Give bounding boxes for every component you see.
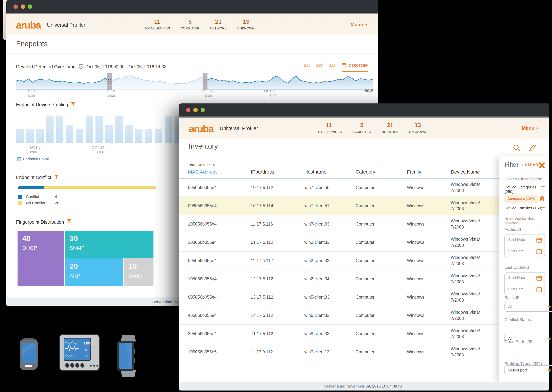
- treemap-block-arp[interactable]: 20ARP: [65, 258, 123, 286]
- endpoint-count-bar[interactable]: [125, 125, 133, 143]
- column-header-device-name[interactable]: Device Name: [451, 169, 480, 175]
- endpoint-count-bar[interactable]: [46, 116, 54, 143]
- open-ports-dropdown[interactable]: Select port: [504, 365, 552, 375]
- category-chip[interactable]: Computers (10%): [504, 195, 538, 203]
- profiling-types-header: Profiling Types (325): [504, 361, 545, 366]
- stat-unknown[interactable]: 13UNKNOWN: [409, 122, 426, 134]
- endpoint-count-bar[interactable]: [16, 129, 24, 143]
- added-at-start-date-field[interactable]: Start Date: [505, 234, 545, 246]
- table-row[interactable]: 105056b055e411.17.5.116win7-client33Comp…: [179, 215, 549, 233]
- menu-button[interactable]: Menu ▼: [522, 125, 539, 131]
- time-range-buttons: 1D 1W 1M CUSTOM: [304, 63, 368, 72]
- window-titlebar[interactable]: [179, 104, 549, 117]
- zoom-window-icon[interactable]: [28, 5, 32, 9]
- endpoint-count-bar[interactable]: [56, 116, 64, 143]
- calendar-icon[interactable]: [536, 249, 542, 255]
- conflict-stacked-bar[interactable]: [18, 186, 156, 189]
- filter-funnel-icon[interactable]: [54, 175, 59, 180]
- svg-text:60: 60: [85, 348, 88, 351]
- stat-unknown[interactable]: 13UNKNOWN: [237, 18, 255, 30]
- close-window-icon[interactable]: [186, 108, 191, 112]
- added-at-end-date-field[interactable]: End Date: [505, 246, 545, 257]
- calendar-icon[interactable]: [536, 275, 542, 281]
- stat-computer[interactable]: 5COMPUTER: [181, 18, 199, 30]
- table-row[interactable]: 305056b055e471.17.5.112win8-client33Comp…: [179, 325, 549, 343]
- minimize-window-icon[interactable]: [21, 5, 25, 9]
- endpoint-count-bar[interactable]: [85, 116, 93, 143]
- endpoint-count-bar[interactable]: [135, 129, 142, 143]
- endpoint-count-bar[interactable]: [155, 129, 162, 143]
- column-header-hostname[interactable]: Hostname: [304, 169, 326, 175]
- treemap-block-snmp[interactable]: 30SNMP: [65, 231, 154, 258]
- endpoint-count-bar[interactable]: [145, 129, 152, 143]
- endpoint-count-bar[interactable]: [66, 125, 73, 143]
- brush-selection[interactable]: [109, 73, 205, 90]
- treemap-block-bootp[interactable]: 10Bootp: [124, 258, 154, 286]
- endpoint-count-bar[interactable]: [95, 116, 103, 143]
- range-1d-button[interactable]: 1D: [304, 63, 310, 68]
- device-categories-row: Device Categories (250) +: [504, 185, 545, 194]
- column-header-mac-address[interactable]: MAC Address ↓: [188, 169, 221, 175]
- endpoint-count-bar[interactable]: [165, 116, 172, 143]
- table-row[interactable]: 405056b055e414.17.5.112win6-client33Comp…: [179, 307, 549, 325]
- inventory-table: 005056b055e410.17.5.112win7-client50Comp…: [179, 179, 549, 361]
- add-family-icon[interactable]: +: [541, 204, 545, 211]
- stat-total-devices[interactable]: 11TOTAL DEVICES: [144, 18, 170, 30]
- table-row[interactable]: 605056b055e413.17.5.112win5-client33Comp…: [179, 288, 549, 307]
- edit-pencil-icon[interactable]: [529, 144, 536, 153]
- zoom-window-icon[interactable]: [201, 108, 205, 112]
- endpoint-count-bar[interactable]: [76, 129, 83, 143]
- table-row[interactable]: 103056b055e401.17.5.112win0-client33Comp…: [179, 233, 549, 252]
- column-header-category[interactable]: Category: [356, 169, 375, 175]
- stat-computer[interactable]: 5COMPUTER: [352, 122, 371, 134]
- calendar-icon: [342, 63, 347, 69]
- table-row[interactable]: 105056b055e511.17.9.112win7-client13Comp…: [179, 343, 549, 361]
- window-titlebar[interactable]: [6, 0, 378, 13]
- stat-network[interactable]: 21NETWORK: [210, 18, 227, 30]
- close-filter-icon[interactable]: [538, 162, 545, 169]
- app-header: aruba Universal Profiler 11TOTAL DEVICES…: [179, 118, 549, 139]
- range-1m-button[interactable]: 1M: [329, 63, 335, 68]
- endpoint-count-bar[interactable]: [115, 116, 123, 143]
- endpoint-count-bar[interactable]: [36, 129, 44, 143]
- stat-network[interactable]: 21NETWORK: [382, 122, 398, 134]
- last-updated-start-date-field[interactable]: Start Date: [505, 273, 545, 284]
- stat-total-devices[interactable]: 11TOTAL DEVICES: [316, 122, 342, 134]
- treemap-block-dhcp[interactable]: 40DHCP: [18, 231, 64, 286]
- calendar-icon[interactable]: [536, 287, 542, 293]
- date-range-label[interactable]: Oct 05, 2016 00:00 - Oct 05, 2016 14:03: [86, 64, 167, 69]
- range-custom-button[interactable]: CUSTOM: [342, 63, 368, 72]
- profiling-section-title: Endpoint Device Profiling: [16, 102, 76, 107]
- clock-icon: [78, 63, 84, 70]
- static-ip-dropdown[interactable]: All: [504, 302, 552, 312]
- brush-handle-right[interactable]: [203, 73, 207, 90]
- underline: [504, 213, 545, 213]
- trash-icon[interactable]: [539, 196, 545, 203]
- filter-funnel-icon[interactable]: [71, 102, 76, 107]
- column-header-family[interactable]: Family: [407, 169, 421, 175]
- table-row[interactable]: 008056b055e410.17.5.114win7-client51Comp…: [179, 197, 549, 215]
- added-at-header: Added At: [504, 227, 545, 232]
- filter-funnel-icon[interactable]: [67, 219, 71, 225]
- close-window-icon[interactable]: [14, 5, 18, 9]
- conflict-bar-segment: [18, 186, 44, 189]
- clear-filters-button[interactable]: CLEAR: [525, 163, 538, 167]
- calendar-icon[interactable]: [536, 237, 542, 244]
- endpoint-count-bar[interactable]: [105, 125, 113, 143]
- table-row[interactable]: 005056b055e411.17.5.112win2-client33Comp…: [179, 252, 549, 270]
- menu-button[interactable]: Menu ▼: [351, 22, 368, 28]
- table-row[interactable]: 105056b055g412.17.5.112win2-client34Comp…: [179, 270, 549, 288]
- header-stats: 11TOTAL DEVICES5COMPUTER21NETWORK13UNKNO…: [144, 18, 255, 30]
- table-header: MAC Address ↓IP AddressHostnameCategoryF…: [179, 169, 500, 178]
- endpoint-count-bar[interactable]: [26, 129, 34, 143]
- add-category-icon[interactable]: +: [541, 183, 545, 190]
- last-updated-end-date-field[interactable]: End Date: [505, 284, 545, 295]
- search-icon[interactable]: [513, 144, 521, 153]
- column-header-ip-address[interactable]: IP Address: [251, 169, 274, 175]
- table-row[interactable]: 005056b055e410.17.5.112win7-client50Comp…: [179, 179, 549, 197]
- brush-handle-left[interactable]: [107, 73, 112, 90]
- devices-over-time-chart[interactable]: [16, 73, 373, 90]
- aruba-logo: aruba: [189, 123, 213, 134]
- minimize-window-icon[interactable]: [193, 108, 198, 112]
- range-1w-button[interactable]: 1W: [316, 63, 323, 68]
